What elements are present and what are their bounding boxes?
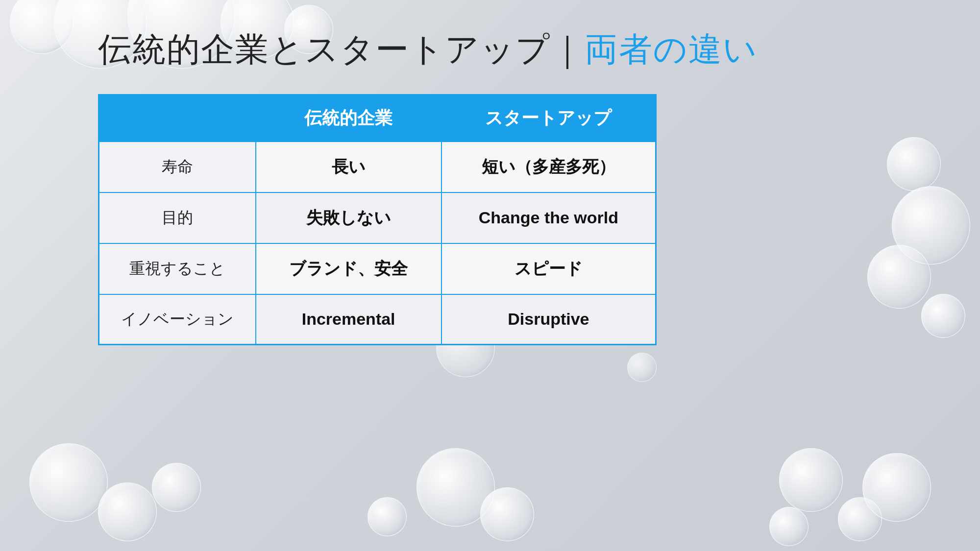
main-content: 伝統的企業とスタートアップ｜両者の違い 伝統的企業 スタートアップ 寿命長い短い… (0, 0, 980, 375)
cell-startup-3: Disruptive (441, 294, 656, 345)
bubble-15 (480, 487, 534, 541)
bubble-10 (29, 443, 108, 522)
cell-startup-0: 短い（多産多死） (441, 142, 656, 192)
bubble-19 (769, 507, 808, 546)
bubble-11 (98, 482, 157, 541)
table-header-row: 伝統的企業 スタートアップ (99, 95, 656, 142)
bubble-12 (152, 463, 201, 512)
cell-traditional-0: 長い (256, 142, 441, 192)
table-row: 目的失敗しないChange the world (99, 192, 656, 243)
cell-category-3: イノベーション (99, 294, 256, 345)
bubble-18 (862, 453, 931, 522)
table-row: イノベーションIncrementalDisruptive (99, 294, 656, 345)
page-title: 伝統的企業とスタートアップ｜両者の違い (98, 29, 921, 70)
title-part2: 両者の違い (585, 30, 758, 68)
header-traditional: 伝統的企業 (256, 95, 441, 142)
cell-startup-1: Change the world (441, 192, 656, 243)
comparison-table: 伝統的企業 スタートアップ 寿命長い短い（多産多死）目的失敗しないChange … (98, 94, 657, 345)
cell-category-2: 重視すること (99, 243, 256, 294)
comparison-table-container: 伝統的企業 スタートアップ 寿命長い短い（多産多死）目的失敗しないChange … (98, 94, 657, 345)
table-row: 寿命長い短い（多産多死） (99, 142, 656, 192)
cell-startup-2: スピード (441, 243, 656, 294)
cell-traditional-1: 失敗しない (256, 192, 441, 243)
header-startup: スタートアップ (441, 95, 656, 142)
table-row: 重視することブランド、安全スピード (99, 243, 656, 294)
title-part1: 伝統的企業とスタートアップ｜ (98, 30, 585, 68)
cell-category-0: 寿命 (99, 142, 256, 192)
bubble-16 (779, 448, 843, 512)
cell-traditional-2: ブランド、安全 (256, 243, 441, 294)
cell-traditional-3: Incremental (256, 294, 441, 345)
cell-category-1: 目的 (99, 192, 256, 243)
bubble-13 (368, 497, 407, 536)
header-category (99, 95, 256, 142)
table-body: 寿命長い短い（多産多死）目的失敗しないChange the world重視するこ… (99, 142, 656, 345)
